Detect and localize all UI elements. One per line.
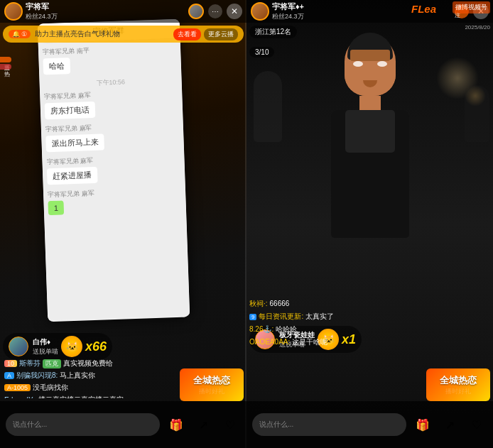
- left-promo-banner[interactable]: 全城热恋 播时好礼: [180, 368, 244, 401]
- chat-content-1: 真实视频免费给: [63, 359, 113, 368]
- right-rank-badge: 浙江第12名: [249, 26, 297, 38]
- comment-text-1: 66666: [270, 300, 290, 307]
- promo-title: 全城热恋: [193, 374, 230, 387]
- live-badge: 直播: [0, 57, 11, 62]
- right-promo-banner[interactable]: 全城热恋 播时好礼: [426, 368, 490, 401]
- right-streamer-avatar: [251, 2, 269, 21]
- right-share-icon[interactable]: ↗: [439, 414, 460, 435]
- go-button[interactable]: 去看看: [173, 28, 201, 40]
- right-chat-placeholder: 说点什么...: [259, 420, 293, 430]
- forehead: [350, 50, 390, 61]
- right-bottom-bar: 说点什么... 🎁 ↗ ♡: [246, 401, 493, 448]
- body: [331, 110, 409, 238]
- co-streamer-avatar: [188, 4, 204, 19]
- comment-line-4: OAOEA0AA: 这是干啥呢: [249, 337, 490, 347]
- chat-line-1: 10 斯蒂芬 匹克 真实视频免费给: [4, 359, 242, 368]
- close-icon[interactable]: ✕: [227, 4, 242, 19]
- right-gift-icon-btn[interactable]: 🎁: [412, 414, 433, 435]
- chat-msg-3: 宇将军兄弟 麻军 派出所马上来: [45, 121, 180, 153]
- left-top-bar: 宇将军 粉丝24.3万 ⋯ ✕: [0, 0, 246, 23]
- right-comment-area: 秋祠·: 66666 9 每日资讯更新: 太真实了 8.26⚓: 哈哈哈 OAO…: [249, 299, 490, 356]
- bg-person-2: [465, 85, 489, 142]
- hot-badge: 热: [0, 64, 11, 70]
- head: [345, 35, 396, 96]
- comment-line-1: 秋祠·: 66666: [249, 299, 490, 309]
- chat-msg-5: 宇将军兄弟 麻军 1: [48, 186, 182, 216]
- weibo-text: 微博视频号: [455, 4, 487, 11]
- flea-text: FLea: [411, 3, 436, 15]
- gift-button-icon[interactable]: 🎁: [166, 414, 187, 435]
- left-top-icons: ⋯ ✕: [188, 4, 242, 19]
- comment-text-3: 哈哈哈: [276, 324, 297, 334]
- inner-shirt: [345, 110, 395, 153]
- right-like-icon[interactable]: ♡: [466, 414, 487, 435]
- comment-line-2: 9 每日资讯更新: 太真实了: [249, 312, 490, 322]
- flea-logo-right: FLea: [411, 3, 436, 16]
- left-side-badges: 直播 热: [0, 57, 11, 70]
- left-livestream-panel: 宇将军群 宇将军兄弟 南平 哈哈 下午10:56 宇将军兄弟 麻军 房东打电话 …: [0, 0, 246, 448]
- chat-input[interactable]: 说点什么...: [6, 413, 160, 436]
- bg-person-1: [254, 71, 282, 142]
- share-icon[interactable]: ⋯: [208, 4, 222, 18]
- left-notice-bar: 🔔 ① 助力主播点亮告白气球礼物 去看看 更多云播: [3, 26, 244, 43]
- comment-name-3: 8.26⚓:: [249, 325, 273, 333]
- notice-badge: 🔔 ①: [9, 30, 31, 38]
- gift-action: 送脱单喵: [33, 347, 58, 356]
- right-bottom-icons: 🎁 ↗ ♡: [412, 414, 487, 435]
- person-container: [299, 35, 441, 291]
- phone-screen: 宇将军群 宇将军兄弟 南平 哈哈 下午10:56 宇将军兄弟 麻军 房东打电话 …: [38, 19, 190, 322]
- date-label: 2025/8/20: [465, 24, 490, 31]
- chat-user-1: 斯蒂芬: [19, 359, 40, 368]
- comment-line-3: 8.26⚓: 哈哈哈: [249, 324, 490, 334]
- chat-tag-blue: A: [4, 372, 14, 379]
- right-eye: [377, 61, 387, 67]
- notice-text: 助力主播点亮告白气球礼物: [35, 29, 173, 39]
- left-streamer-info: 宇将军 粉丝24.3万: [26, 1, 188, 21]
- chat-msg-2: 宇将军兄弟 麻军 房东打电话: [44, 88, 178, 120]
- comment-name-2: 每日资讯更新:: [259, 312, 303, 322]
- right-promo-title: 全城热恋: [440, 374, 477, 387]
- phone-chat-area: 宇将军兄弟 南平 哈哈 下午10:56 宇将军兄弟 麻军 房东打电话 宇将军兄弟…: [38, 39, 190, 321]
- left-eye: [353, 61, 363, 67]
- left-streamer-fans: 粉丝24.3万: [26, 12, 188, 21]
- comment-tag-2: 9: [249, 314, 256, 320]
- right-promo-subtitle: 播时好礼: [445, 387, 471, 396]
- rank-text: 浙江第12名: [255, 28, 291, 35]
- right-chat-input[interactable]: 说点什么...: [252, 413, 406, 436]
- chat-content-4: 榜二真实榜二真实榜二真实: [38, 395, 124, 398]
- like-button-icon[interactable]: ♡: [220, 414, 241, 435]
- comment-name-1: 秋祠·:: [249, 299, 268, 309]
- share-button-icon[interactable]: ↗: [193, 414, 214, 435]
- chat-tag-green: 匹克: [43, 359, 61, 368]
- right-gift-counter: 3/10: [249, 47, 274, 58]
- gift-count: x66: [85, 339, 107, 354]
- chat-tag-orange: A-1005: [4, 384, 31, 391]
- chat-msg-4: 宇将军兄弟 麻军 赶紧进屋播: [46, 153, 180, 185]
- chat-placeholder: 说点什么...: [13, 420, 47, 430]
- comment-text-4: 这是干啥呢: [292, 337, 327, 347]
- left-streamer-avatar: [4, 2, 23, 21]
- gift-user-info: 白伟♦ 送脱单喵: [33, 337, 58, 356]
- gift-counter-text: 3/10: [255, 48, 269, 56]
- neck: [359, 96, 381, 110]
- gift-icon: 🐱: [61, 336, 82, 357]
- chat-tag-level: 10: [4, 360, 17, 367]
- chat-msg-1: 宇将军兄弟 南平 哈哈: [43, 43, 177, 75]
- weibo-logo: 微博视频号: [453, 1, 490, 13]
- bottom-icons: 🎁 ↗ ♡: [166, 414, 241, 435]
- gift-user-avatar: [9, 337, 28, 356]
- chat-content-2: 马上真实你: [60, 371, 95, 381]
- left-bottom-bar: 说点什么... 🎁 ↗ ♡: [0, 401, 246, 448]
- promo-subtitle: 播时好礼: [199, 387, 224, 396]
- chat-time: 下午10:56: [44, 76, 178, 90]
- comment-text-2: 太真实了: [305, 312, 334, 322]
- chat-content-3: 没毛病找你: [33, 383, 68, 393]
- left-streamer-name: 宇将军: [26, 1, 188, 12]
- comment-name-4: OAOEA0AA:: [249, 338, 290, 346]
- gift-username: 白伟♦: [33, 337, 58, 347]
- right-livestream-panel: 宇将军♦+ 粉丝24.3万 +关注 ✕ FLea 微博视频号 2025/8/20…: [246, 0, 493, 448]
- more-button[interactable]: 更多云播: [204, 28, 238, 40]
- chat-user-4: EdwardY.:: [4, 396, 36, 399]
- chat-user-2: 别骗我闪现8:: [16, 371, 58, 381]
